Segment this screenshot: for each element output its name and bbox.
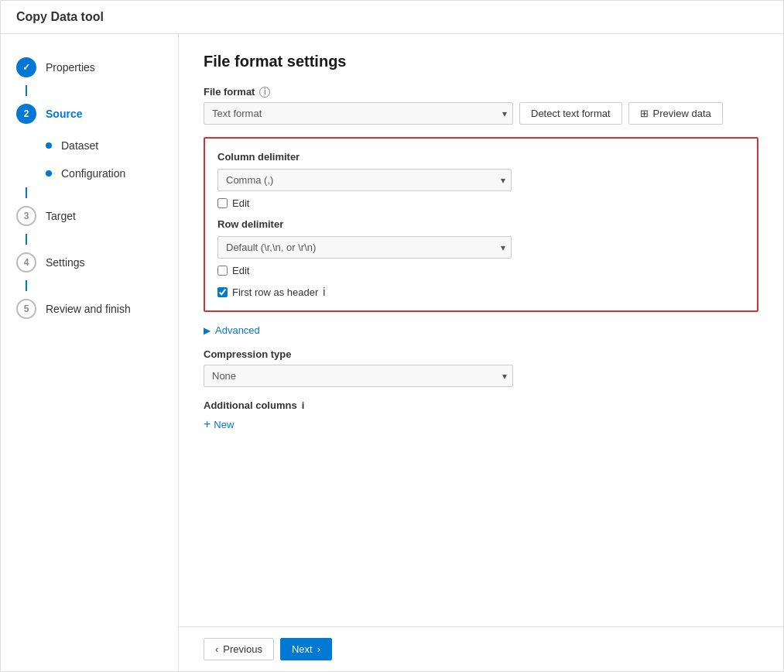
file-format-info-icon[interactable]: i — [259, 87, 270, 98]
dot-configuration — [46, 170, 52, 177]
column-delimiter-label: Column delimiter — [217, 151, 745, 163]
main-panel: File format settings File format i Text … — [179, 34, 783, 671]
step-circle-target: 3 — [16, 206, 36, 226]
first-row-header-checkbox[interactable] — [217, 287, 228, 297]
compression-type-row: Compression type None gzip bzip2 deflate… — [204, 348, 758, 387]
sidebar-item-settings[interactable]: 4 Settings — [1, 245, 178, 280]
next-button[interactable]: Next › — [280, 638, 332, 660]
sidebar-item-source[interactable]: 2 Source — [1, 96, 178, 132]
preview-data-label: Preview data — [653, 108, 711, 119]
previous-label: Previous — [223, 643, 262, 655]
connector-2 — [26, 187, 27, 198]
compression-select-wrapper: None gzip bzip2 deflate ZipDeflate snapp… — [204, 365, 513, 387]
additional-columns-label: Additional columns — [204, 399, 297, 411]
compression-type-label: Compression type — [204, 348, 291, 360]
first-row-header-info-icon[interactable]: i — [323, 286, 325, 298]
panel-title: File format settings — [204, 53, 758, 70]
sidebar-item-configuration[interactable]: Configuration — [1, 159, 178, 187]
sidebar-label-dataset: Dataset — [61, 139, 98, 152]
panel-body: File format settings File format i Text … — [179, 34, 783, 626]
step-circle-properties: ✓ — [16, 57, 36, 77]
row-delimiter-dropdown-row: Default (\r,\n, or \r\n) \r\n \n \r ▾ — [217, 236, 745, 259]
preview-data-button[interactable]: ⊞ Preview data — [628, 102, 723, 125]
sidebar-label-properties: Properties — [46, 61, 95, 74]
next-chevron-icon: › — [317, 643, 320, 655]
row-delimiter-select[interactable]: Default (\r,\n, or \r\n) \r\n \n \r — [217, 236, 512, 259]
row-edit-row: Edit — [217, 265, 745, 276]
connector-4 — [26, 280, 27, 291]
compression-select[interactable]: None gzip bzip2 deflate ZipDeflate snapp… — [204, 365, 513, 387]
column-edit-label: Edit — [232, 197, 249, 209]
sidebar-item-target[interactable]: 3 Target — [1, 198, 178, 234]
connector-3 — [26, 234, 27, 245]
sidebar-label-target: Target — [46, 210, 76, 222]
detect-text-format-button[interactable]: Detect text format — [519, 102, 622, 125]
file-format-select[interactable]: Text format — [204, 102, 513, 125]
step-circle-settings: 4 — [16, 252, 36, 273]
column-delimiter-select[interactable]: Comma (,) Tab (\t) Semicolon (;) Pipe (|… — [217, 169, 512, 191]
step-circle-review: 5 — [16, 299, 36, 319]
row-delimiter-label: Row delimiter — [217, 218, 745, 230]
sidebar-label-source: Source — [46, 108, 82, 120]
column-edit-checkbox[interactable] — [217, 198, 228, 208]
file-format-label: File format — [204, 86, 255, 98]
new-column-label: New — [214, 419, 234, 430]
panel-footer: ‹ Previous Next › — [179, 626, 783, 671]
column-delimiter-dropdown-row: Comma (,) Tab (\t) Semicolon (;) Pipe (|… — [217, 169, 745, 191]
next-label: Next — [292, 643, 313, 655]
plus-icon: + — [204, 417, 211, 431]
sidebar-label-settings: Settings — [46, 256, 85, 269]
previous-chevron-icon: ‹ — [215, 643, 218, 655]
file-format-row: File format i Text format ▾ Detect text … — [204, 86, 758, 125]
additional-columns-row: Additional columns i + New — [204, 399, 758, 431]
preview-icon: ⊞ — [640, 108, 649, 119]
sidebar-item-properties[interactable]: ✓ Properties — [1, 50, 178, 85]
sidebar-label-review: Review and finish — [46, 303, 131, 315]
additional-columns-info-icon[interactable]: i — [302, 399, 305, 411]
sidebar-label-configuration: Configuration — [61, 167, 125, 180]
row-edit-checkbox[interactable] — [217, 266, 228, 276]
sidebar-item-dataset[interactable]: Dataset — [1, 132, 178, 159]
advanced-triangle-icon: ▶ — [204, 325, 211, 336]
first-row-header-row: First row as header i — [217, 286, 745, 298]
column-delimiter-select-wrapper: Comma (,) Tab (\t) Semicolon (;) Pipe (|… — [217, 169, 512, 191]
row-delimiter-select-wrapper: Default (\r,\n, or \r\n) \r\n \n \r ▾ — [217, 236, 512, 259]
previous-button[interactable]: ‹ Previous — [204, 638, 274, 660]
sidebar-item-review[interactable]: 5 Review and finish — [1, 291, 178, 327]
advanced-row[interactable]: ▶ Advanced — [204, 324, 758, 336]
column-edit-row: Edit — [217, 197, 745, 209]
advanced-label: Advanced — [215, 324, 260, 336]
app-title: Copy Data tool — [16, 10, 768, 24]
dot-dataset — [46, 142, 52, 149]
new-column-button[interactable]: + New — [204, 417, 234, 431]
connector-1 — [26, 85, 27, 96]
file-format-select-wrapper: Text format ▾ — [204, 102, 513, 125]
row-edit-label: Edit — [232, 265, 249, 276]
bordered-section: Column delimiter Comma (,) Tab (\t) Semi… — [204, 137, 758, 312]
sidebar: ✓ Properties 2 Source Dataset Configurat… — [1, 34, 179, 671]
first-row-header-label: First row as header — [232, 286, 318, 298]
step-circle-source: 2 — [16, 104, 36, 124]
